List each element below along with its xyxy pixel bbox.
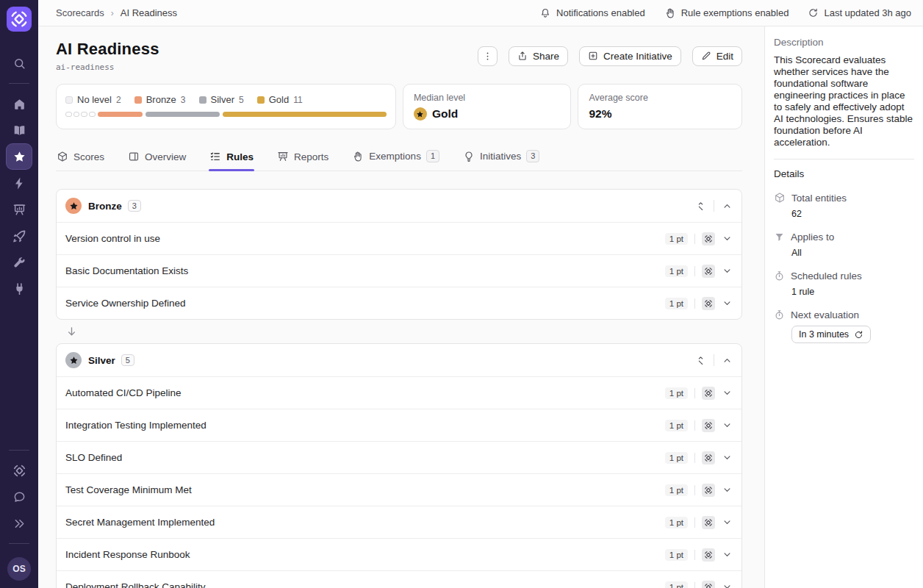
rule-row[interactable]: Incident Response Runbook 1 pt xyxy=(57,538,741,570)
entity-type-icon xyxy=(702,387,715,400)
tab-initiatives[interactable]: Initiatives 3 xyxy=(462,146,540,171)
rule-row[interactable]: Automated CI/CD Pipeline 1 pt xyxy=(57,376,741,409)
panel-divider xyxy=(774,159,914,159)
more-actions-button[interactable] xyxy=(478,46,498,66)
tab-rules-label: Rules xyxy=(226,151,254,162)
rule-name: SLO Defined xyxy=(65,452,122,463)
tab-reports[interactable]: Reports xyxy=(276,146,329,171)
rules-list[interactable]: Bronze 3 Version control in use 1 pt xyxy=(56,189,742,588)
timer-icon xyxy=(774,309,785,320)
group-name: Bronze xyxy=(88,201,122,212)
median-level-value: Gold xyxy=(432,107,458,121)
sidebar-item-reports[interactable] xyxy=(7,197,32,222)
rule-name: Incident Response Runbook xyxy=(65,549,190,560)
cortex-logo[interactable] xyxy=(7,7,32,32)
tab-overview[interactable]: Overview xyxy=(127,146,187,171)
no-level-count: 2 xyxy=(116,95,121,105)
sidebar-item-scorecards[interactable] xyxy=(7,144,32,169)
chevron-down-icon[interactable] xyxy=(722,549,733,560)
entity-type-icon xyxy=(702,232,715,245)
main-content: AI Readiness ai-readiness Share Create I… xyxy=(38,26,764,588)
search-icon[interactable] xyxy=(7,51,32,76)
sidebar-item-launch[interactable] xyxy=(7,223,32,248)
rule-exemptions-label: Rule exemptions enabled xyxy=(681,7,789,18)
points-badge: 1 pt xyxy=(665,581,688,588)
legend-gold[interactable]: Gold 11 xyxy=(257,94,303,105)
no-level-swatch xyxy=(65,96,73,104)
gold-swatch xyxy=(257,96,265,104)
user-avatar[interactable]: OS xyxy=(7,557,31,581)
chevron-down-icon[interactable] xyxy=(722,517,733,528)
rule-exemptions-status[interactable]: Rule exemptions enabled xyxy=(664,7,789,19)
sidebar-item-tools[interactable] xyxy=(7,250,32,275)
rule-name: Deployment Rollback Capability xyxy=(65,581,206,588)
rule-row[interactable]: Service Ownership Defined 1 pt xyxy=(57,287,741,319)
cube-icon xyxy=(774,192,786,204)
rule-row[interactable]: Version control in use 1 pt xyxy=(57,222,741,254)
chevron-down-icon[interactable] xyxy=(722,420,733,431)
last-updated-label: Last updated 3h ago xyxy=(824,7,911,18)
last-updated[interactable]: Last updated 3h ago xyxy=(808,7,911,18)
reorder-icon[interactable] xyxy=(695,355,706,366)
legend-bronze[interactable]: Bronze 3 xyxy=(134,94,186,105)
rule-row[interactable]: Secret Management Implemented 1 pt xyxy=(57,506,741,538)
rule-row[interactable]: Basic Documentation Exists 1 pt xyxy=(57,254,741,287)
chevron-down-icon[interactable] xyxy=(722,581,733,588)
chevron-down-icon[interactable] xyxy=(722,233,733,244)
create-initiative-button[interactable]: Create Initiative xyxy=(579,46,681,66)
tab-scores[interactable]: Scores xyxy=(56,146,105,171)
tab-rules[interactable]: Rules xyxy=(209,146,254,171)
level-distribution-bar[interactable] xyxy=(65,112,387,117)
next-evaluation-button[interactable]: In 3 minutes xyxy=(791,326,871,343)
collapse-icon[interactable] xyxy=(722,355,733,366)
group-count-badge: 5 xyxy=(121,354,134,366)
sidebar-divider xyxy=(9,83,29,84)
tab-exemptions[interactable]: Exemptions 1 xyxy=(351,146,440,171)
rule-name: Automated CI/CD Pipeline xyxy=(65,387,182,398)
sidebar-item-home[interactable] xyxy=(7,91,32,116)
breadcrumb-scorecards[interactable]: Scorecards xyxy=(56,7,104,18)
average-score-card: Average score 92% xyxy=(578,84,742,129)
kebab-icon xyxy=(482,51,493,62)
entity-type-icon xyxy=(702,297,715,310)
row-divider xyxy=(694,485,695,495)
sidebar-item-cortex-apps[interactable] xyxy=(7,458,32,483)
rule-group-header[interactable]: Bronze 3 xyxy=(57,190,741,222)
legend-no-level[interactable]: No level 2 xyxy=(65,94,121,105)
bell-icon xyxy=(539,7,551,19)
sidebar-item-feedback[interactable] xyxy=(7,484,32,509)
sidebar-item-catalog[interactable] xyxy=(7,118,32,143)
edit-button[interactable]: Edit xyxy=(692,46,742,66)
row-divider xyxy=(694,550,695,560)
detail-label: Applies to xyxy=(791,232,834,243)
rule-row[interactable]: Integration Testing Implemented 1 pt xyxy=(57,409,741,441)
topbar: Scorecards › AI Readiness Notifications … xyxy=(38,0,923,26)
legend-silver[interactable]: Silver 5 xyxy=(199,94,244,105)
sidebar-item-plugins[interactable] xyxy=(7,276,32,301)
window-icon xyxy=(128,151,140,162)
chevron-down-icon[interactable] xyxy=(722,387,733,398)
rule-group-header[interactable]: Silver 5 xyxy=(57,344,741,376)
share-button[interactable]: Share xyxy=(509,46,568,66)
sidebar-item-initiatives[interactable] xyxy=(7,171,32,196)
detail-value: All xyxy=(791,248,914,258)
chevron-down-icon[interactable] xyxy=(722,484,733,495)
row-divider xyxy=(694,582,695,588)
details-title: Details xyxy=(774,168,914,179)
rule-row[interactable]: Deployment Rollback Capability 1 pt xyxy=(57,570,741,588)
sidebar-divider xyxy=(9,543,29,544)
rule-name: Secret Management Implemented xyxy=(65,517,215,528)
share-icon xyxy=(517,51,528,61)
chevron-down-icon[interactable] xyxy=(722,452,733,463)
collapse-icon[interactable] xyxy=(722,201,733,212)
reorder-icon[interactable] xyxy=(695,201,706,212)
rule-row[interactable]: Test Coverage Minimum Met 1 pt xyxy=(57,473,741,506)
notifications-status[interactable]: Notifications enabled xyxy=(539,7,645,19)
sidebar-expand-icon[interactable] xyxy=(7,511,32,536)
chevron-down-icon[interactable] xyxy=(722,298,733,309)
bar-segment-gold xyxy=(223,112,387,117)
rule-row[interactable]: SLO Defined 1 pt xyxy=(57,441,741,473)
gold-count: 11 xyxy=(293,95,302,105)
hand-icon xyxy=(352,151,364,162)
chevron-down-icon[interactable] xyxy=(722,265,733,276)
